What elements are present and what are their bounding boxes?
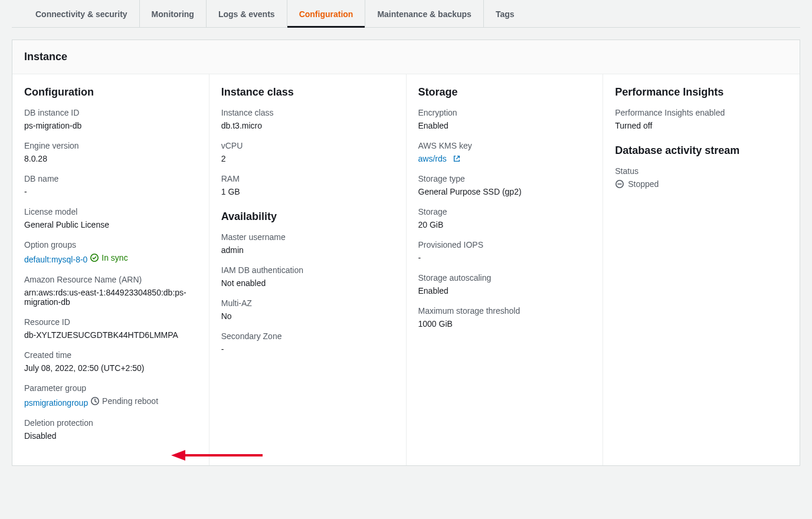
value-storage-autoscaling: Enabled [418, 286, 591, 295]
label-kms-key: AWS KMS key [418, 141, 591, 150]
value-created-time: July 08, 2022, 02:50 (UTC+2:50) [24, 363, 197, 373]
value-engine-version: 8.0.28 [24, 154, 197, 163]
section-title-availability: Availability [221, 211, 394, 223]
external-link-icon [453, 155, 461, 163]
panel-title: Instance [24, 51, 788, 63]
label-storage-type: Storage type [418, 174, 591, 183]
col-configuration: Configuration DB instance ID ps-migratio… [12, 74, 209, 465]
tab-tags[interactable]: Tags [484, 0, 526, 27]
label-storage-autoscaling: Storage autoscaling [418, 273, 591, 283]
label-option-groups: Option groups [24, 240, 197, 249]
label-vcpu: vCPU [221, 141, 394, 150]
value-secondary-zone: - [221, 344, 394, 354]
value-activity-status: Stopped [615, 179, 659, 189]
link-kms-key[interactable]: aws/rds [418, 154, 447, 163]
tab-connectivity[interactable]: Connectivity & security [24, 0, 140, 27]
label-multi-az: Multi-AZ [221, 298, 394, 308]
value-deletion-protection: Disabled [24, 431, 197, 441]
label-db-name: DB name [24, 174, 197, 183]
link-parameter-group[interactable]: psmigrationgroup [24, 398, 88, 408]
label-created-time: Created time [24, 350, 197, 360]
col-storage: Storage Encryption Enabled AWS KMS key a… [407, 74, 604, 465]
status-parameter-group-text: Pending reboot [102, 396, 158, 406]
value-arn: arn:aws:rds:us-east-1:844923304850:db:ps… [24, 288, 197, 307]
label-resource-id: Resource ID [24, 317, 197, 327]
value-license-model: General Public License [24, 220, 197, 229]
label-arn: Amazon Resource Name (ARN) [24, 275, 197, 284]
status-parameter-group: Pending reboot [90, 396, 158, 406]
link-option-group[interactable]: default:mysql-8-0 [24, 255, 87, 264]
label-license-model: License model [24, 207, 197, 216]
check-circle-icon [90, 253, 99, 262]
value-instance-class: db.t3.micro [221, 121, 394, 130]
value-activity-status-text: Stopped [628, 179, 659, 189]
label-engine-version: Engine version [24, 141, 197, 150]
label-iam-auth: IAM DB authentication [221, 265, 394, 275]
section-title-instance-class: Instance class [221, 86, 394, 98]
label-instance-class: Instance class [221, 108, 394, 117]
stopped-icon [615, 179, 624, 189]
value-db-instance-id: ps-migration-db [24, 121, 197, 130]
label-deletion-protection: Deletion protection [24, 418, 197, 428]
instance-panel: Instance Configuration DB instance ID ps… [12, 40, 800, 466]
value-ram: 1 GB [221, 187, 394, 196]
value-iam-auth: Not enabled [221, 278, 394, 288]
value-vcpu: 2 [221, 154, 394, 163]
section-title-storage: Storage [418, 86, 591, 98]
section-title-activity-stream: Database activity stream [615, 144, 788, 157]
value-perf-insights-enabled: Turned off [615, 121, 788, 130]
clock-icon [90, 396, 100, 406]
tab-configuration[interactable]: Configuration [287, 0, 366, 27]
tab-maintenance[interactable]: Maintenance & backups [365, 0, 484, 27]
label-parameter-group: Parameter group [24, 383, 197, 393]
value-master-username: admin [221, 245, 394, 255]
label-master-username: Master username [221, 232, 394, 242]
value-provisioned-iops: - [418, 253, 591, 262]
label-ram: RAM [221, 174, 394, 183]
label-secondary-zone: Secondary Zone [221, 331, 394, 341]
value-encryption: Enabled [418, 121, 591, 130]
tab-logs[interactable]: Logs & events [207, 0, 287, 27]
label-activity-status: Status [615, 166, 788, 176]
value-max-storage-threshold: 1000 GiB [418, 319, 591, 329]
value-multi-az: No [221, 311, 394, 321]
value-storage: 20 GiB [418, 220, 591, 229]
col-performance: Performance Insights Performance Insight… [603, 74, 800, 465]
label-max-storage-threshold: Maximum storage threshold [418, 306, 591, 316]
panel-header: Instance [12, 40, 800, 74]
col-instance-class: Instance class Instance class db.t3.micr… [209, 74, 407, 465]
value-resource-id: db-XYLTZUESUCGDTBK44HTD6LMMPA [24, 330, 197, 340]
tab-monitoring[interactable]: Monitoring [140, 0, 207, 27]
tabs-bar: Connectivity & security Monitoring Logs … [12, 0, 800, 28]
label-storage: Storage [418, 207, 591, 216]
label-db-instance-id: DB instance ID [24, 108, 197, 117]
label-provisioned-iops: Provisioned IOPS [418, 240, 591, 249]
label-perf-insights-enabled: Performance Insights enabled [615, 108, 788, 117]
value-storage-type: General Purpose SSD (gp2) [418, 187, 591, 196]
label-encryption: Encryption [418, 108, 591, 117]
section-title-configuration: Configuration [24, 86, 197, 98]
value-db-name: - [24, 187, 197, 196]
status-option-group: In sync [90, 253, 127, 262]
section-title-performance: Performance Insights [615, 86, 788, 98]
status-option-group-text: In sync [102, 253, 127, 262]
